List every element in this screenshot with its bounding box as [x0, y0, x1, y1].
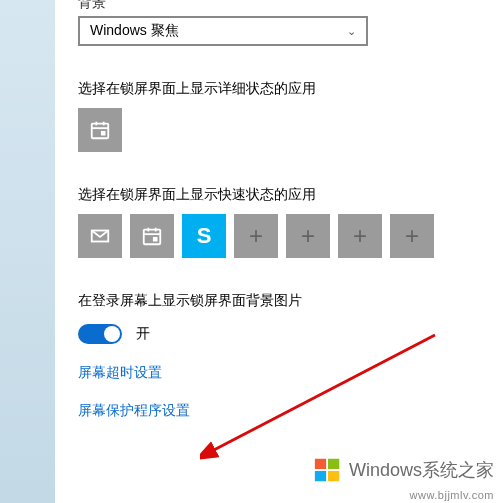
chevron-down-icon: ⌄ [347, 25, 356, 38]
screensaver-settings-link[interactable]: 屏幕保护程序设置 [78, 402, 480, 420]
svg-rect-14 [315, 471, 326, 481]
plus-icon: + [249, 222, 263, 250]
watermark-url: www.bjjmlv.com [410, 489, 494, 501]
background-dropdown-value: Windows 聚焦 [90, 22, 179, 40]
calendar-icon [89, 119, 111, 141]
toggle-knob [104, 326, 120, 342]
quick-status-tile-skype[interactable]: S [182, 214, 226, 258]
show-background-toggle[interactable] [78, 324, 122, 344]
background-section-label: 背景 [78, 0, 480, 12]
quick-status-label: 选择在锁屏界面上显示快速状态的应用 [78, 186, 480, 204]
quick-status-tile-add[interactable]: + [390, 214, 434, 258]
watermark: Windows系统之家 [313, 455, 494, 485]
svg-rect-12 [315, 459, 326, 469]
detailed-status-app-tile[interactable] [78, 108, 122, 152]
quick-status-tile-mail[interactable] [78, 214, 122, 258]
svg-rect-0 [92, 124, 109, 139]
svg-rect-4 [101, 131, 106, 136]
show-background-label: 在登录屏幕上显示锁屏界面背景图片 [78, 292, 480, 310]
svg-rect-13 [328, 459, 339, 469]
quick-status-tile-calendar[interactable] [130, 214, 174, 258]
svg-rect-6 [144, 230, 161, 245]
detailed-status-label: 选择在锁屏界面上显示详细状态的应用 [78, 80, 480, 98]
screen-timeout-link[interactable]: 屏幕超时设置 [78, 364, 480, 382]
windows-logo-icon [313, 455, 343, 485]
plus-icon: + [353, 222, 367, 250]
svg-rect-10 [153, 237, 158, 242]
mail-icon [89, 225, 111, 247]
quick-status-tiles: S + + + + [78, 214, 480, 258]
lockscreen-settings-panel: 背景 Windows 聚焦 ⌄ 选择在锁屏界面上显示详细状态的应用 选择在锁屏界… [78, 0, 500, 420]
quick-status-tile-add[interactable]: + [286, 214, 330, 258]
quick-status-tile-add[interactable]: + [338, 214, 382, 258]
svg-rect-15 [328, 471, 339, 481]
skype-icon: S [197, 223, 212, 249]
settings-sidebar [0, 0, 55, 503]
toggle-state-text: 开 [136, 325, 150, 343]
background-dropdown[interactable]: Windows 聚焦 ⌄ [78, 16, 368, 46]
watermark-text: Windows系统之家 [349, 458, 494, 482]
plus-icon: + [301, 222, 315, 250]
calendar-icon [141, 225, 163, 247]
quick-status-tile-add[interactable]: + [234, 214, 278, 258]
plus-icon: + [405, 222, 419, 250]
